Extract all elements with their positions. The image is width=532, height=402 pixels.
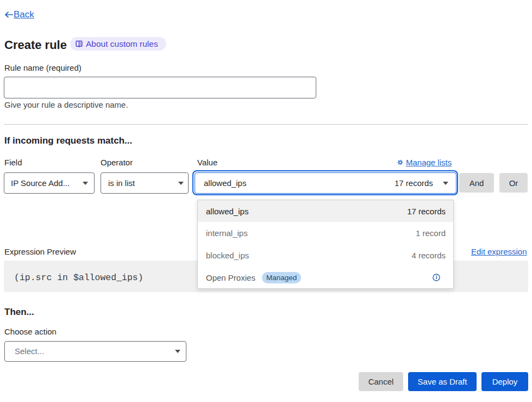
svg-text:i: i <box>436 274 437 280</box>
